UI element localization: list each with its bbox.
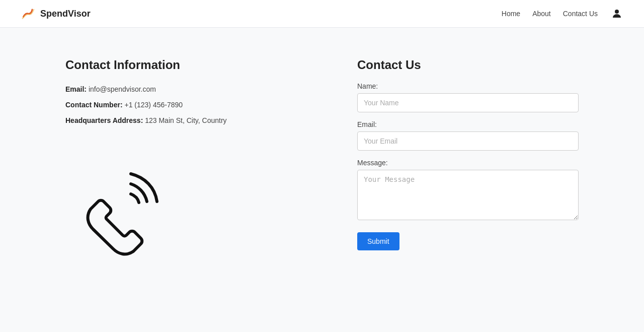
right-section: Contact Us Name: Email: Message: Submit (357, 58, 579, 259)
nav-link-contact[interactable]: Contact Us (563, 10, 598, 18)
list-item-address: Headquarters Address: 123 Main St, City,… (65, 115, 307, 126)
name-input[interactable] (357, 93, 579, 112)
name-label: Name: (357, 82, 579, 90)
phone-label: Contact Number: (65, 101, 124, 109)
form-title: Contact Us (357, 58, 579, 72)
nav-item-about[interactable]: About (532, 9, 551, 18)
email-label: Email: (65, 85, 89, 93)
email-label: Email: (357, 120, 579, 128)
svg-point-0 (615, 10, 619, 14)
name-field-group: Name: (357, 82, 579, 112)
nav-link-home[interactable]: Home (502, 10, 520, 18)
left-section: Contact Information Email: info@spendvis… (65, 58, 307, 259)
brand-link[interactable]: SpendVisor (20, 6, 91, 22)
nav-item-contact[interactable]: Contact Us (563, 9, 598, 18)
main-content: Contact Information Email: info@spendvis… (0, 28, 644, 279)
contact-form: Name: Email: Message: Submit (357, 82, 579, 250)
brand-name-text: SpendVisor (40, 9, 91, 19)
list-item-email: Email: info@spendvisor.com (65, 84, 307, 95)
message-textarea[interactable] (357, 170, 579, 220)
phone-illustration-icon (65, 156, 166, 257)
address-label: Headquarters Address: (65, 116, 145, 124)
user-account-icon[interactable] (610, 7, 624, 21)
navbar: SpendVisor Home About Contact Us (0, 0, 644, 28)
phone-value: +1 (123) 456-7890 (124, 101, 183, 109)
brand-logo-icon (20, 6, 36, 22)
contact-info-title: Contact Information (65, 58, 307, 72)
email-value: info@spendvisor.com (89, 85, 156, 93)
submit-button[interactable]: Submit (357, 232, 399, 250)
message-label: Message: (357, 159, 579, 167)
nav-item-home[interactable]: Home (502, 9, 520, 18)
list-item-phone: Contact Number: +1 (123) 456-7890 (65, 100, 307, 110)
address-value: 123 Main St, City, Country (145, 116, 226, 124)
nav-links: Home About Contact Us (502, 7, 624, 21)
nav-link-about[interactable]: About (532, 10, 551, 18)
message-field-group: Message: (357, 159, 579, 222)
email-input[interactable] (357, 131, 579, 151)
contact-info-list: Email: info@spendvisor.com Contact Numbe… (65, 84, 307, 126)
email-field-group: Email: (357, 120, 579, 151)
